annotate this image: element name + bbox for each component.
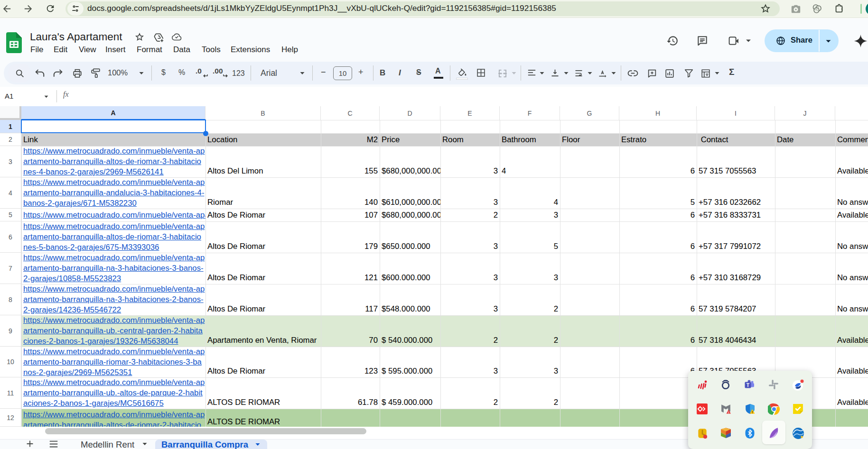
- svg-text:!: !: [728, 411, 729, 414]
- svg-text:!: !: [752, 410, 753, 414]
- svg-text:T: T: [747, 382, 750, 388]
